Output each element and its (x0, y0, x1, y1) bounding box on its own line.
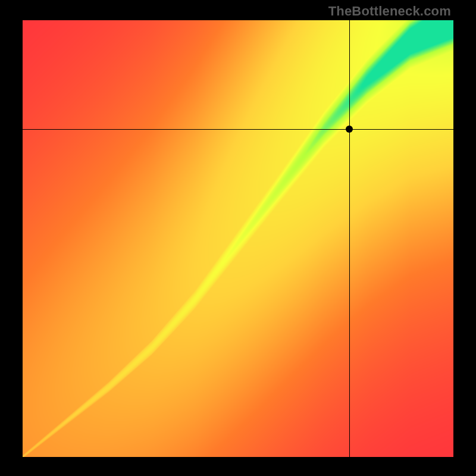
heatmap-canvas (23, 20, 453, 457)
chart-frame: TheBottleneck.com (0, 0, 476, 476)
crosshair-horizontal (23, 129, 453, 130)
plot-area (23, 20, 453, 457)
watermark-label: TheBottleneck.com (328, 4, 451, 19)
crosshair-vertical (349, 20, 350, 457)
data-point-marker (346, 126, 353, 133)
